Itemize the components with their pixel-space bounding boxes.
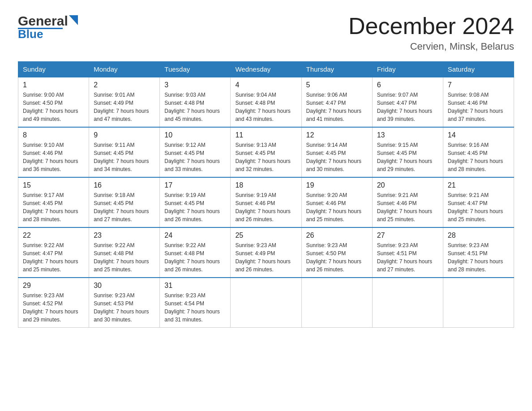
header-monday: Monday <box>89 62 160 77</box>
week-row-3: 15 Sunrise: 9:17 AM Sunset: 4:45 PM Dayl… <box>18 177 514 227</box>
day-info: Sunrise: 9:00 AM Sunset: 4:50 PM Dayligh… <box>23 91 84 123</box>
day-info: Sunrise: 9:15 AM Sunset: 4:45 PM Dayligh… <box>377 141 438 173</box>
day-info: Sunrise: 9:23 AM Sunset: 4:54 PM Dayligh… <box>164 291 226 324</box>
page-header: General Blue December 2024 Cervien, Mins… <box>18 13 514 52</box>
calendar-cell: 7 Sunrise: 9:08 AM Sunset: 4:46 PM Dayli… <box>443 77 514 127</box>
day-info: Sunrise: 9:13 AM Sunset: 4:45 PM Dayligh… <box>235 141 296 173</box>
calendar-cell: 8 Sunrise: 9:10 AM Sunset: 4:46 PM Dayli… <box>18 127 89 177</box>
calendar-cell <box>372 278 443 328</box>
day-number: 29 <box>23 282 84 290</box>
logo-name-part1: General <box>18 13 68 29</box>
day-number: 11 <box>235 131 296 139</box>
day-info: Sunrise: 9:17 AM Sunset: 4:45 PM Dayligh… <box>23 191 84 223</box>
day-number: 15 <box>23 181 84 189</box>
day-number: 3 <box>164 81 226 89</box>
day-number: 18 <box>235 181 296 189</box>
location-subtitle: Cervien, Minsk, Belarus <box>348 41 514 52</box>
calendar-cell: 23 Sunrise: 9:22 AM Sunset: 4:48 PM Dayl… <box>89 227 160 278</box>
day-number: 6 <box>377 81 438 89</box>
day-number: 19 <box>306 181 368 189</box>
calendar-cell <box>231 278 301 328</box>
day-info: Sunrise: 9:23 AM Sunset: 4:51 PM Dayligh… <box>377 241 438 274</box>
day-number: 20 <box>377 181 438 189</box>
day-info: Sunrise: 9:23 AM Sunset: 4:50 PM Dayligh… <box>306 241 368 274</box>
header-thursday: Thursday <box>301 62 372 77</box>
day-info: Sunrise: 9:12 AM Sunset: 4:45 PM Dayligh… <box>164 141 226 173</box>
day-number: 25 <box>235 231 296 240</box>
day-number: 12 <box>306 131 368 139</box>
calendar-cell: 28 Sunrise: 9:23 AM Sunset: 4:51 PM Dayl… <box>443 227 514 278</box>
calendar-cell: 6 Sunrise: 9:07 AM Sunset: 4:47 PM Dayli… <box>372 77 443 127</box>
day-number: 24 <box>164 231 226 240</box>
header-wednesday: Wednesday <box>231 62 301 77</box>
day-number: 10 <box>164 131 226 139</box>
calendar-cell: 1 Sunrise: 9:00 AM Sunset: 4:50 PM Dayli… <box>18 77 89 127</box>
day-info: Sunrise: 9:19 AM Sunset: 4:46 PM Dayligh… <box>235 191 296 223</box>
week-row-4: 22 Sunrise: 9:22 AM Sunset: 4:47 PM Dayl… <box>18 227 514 278</box>
title-area: December 2024 Cervien, Minsk, Belarus <box>348 13 514 52</box>
day-number: 23 <box>94 231 155 240</box>
day-info: Sunrise: 9:21 AM Sunset: 4:46 PM Dayligh… <box>377 191 438 223</box>
calendar-cell: 2 Sunrise: 9:01 AM Sunset: 4:49 PM Dayli… <box>89 77 160 127</box>
day-number: 8 <box>23 131 84 139</box>
day-info: Sunrise: 9:19 AM Sunset: 4:45 PM Dayligh… <box>164 191 226 223</box>
calendar-cell: 25 Sunrise: 9:23 AM Sunset: 4:49 PM Dayl… <box>231 227 301 278</box>
calendar-cell <box>301 278 372 328</box>
day-number: 14 <box>448 131 509 139</box>
day-info: Sunrise: 9:08 AM Sunset: 4:46 PM Dayligh… <box>448 91 509 123</box>
day-info: Sunrise: 9:22 AM Sunset: 4:47 PM Dayligh… <box>23 241 84 274</box>
day-number: 26 <box>306 231 368 240</box>
calendar-cell: 13 Sunrise: 9:15 AM Sunset: 4:45 PM Dayl… <box>372 127 443 177</box>
calendar-cell: 18 Sunrise: 9:19 AM Sunset: 4:46 PM Dayl… <box>231 177 301 227</box>
header-friday: Friday <box>372 62 443 77</box>
calendar-cell: 3 Sunrise: 9:03 AM Sunset: 4:48 PM Dayli… <box>160 77 231 127</box>
day-number: 7 <box>448 81 509 89</box>
day-info: Sunrise: 9:07 AM Sunset: 4:47 PM Dayligh… <box>377 91 438 123</box>
calendar-cell: 12 Sunrise: 9:14 AM Sunset: 4:45 PM Dayl… <box>301 127 372 177</box>
calendar-cell: 16 Sunrise: 9:18 AM Sunset: 4:45 PM Dayl… <box>89 177 160 227</box>
weekday-header-row: Sunday Monday Tuesday Wednesday Thursday… <box>18 62 514 77</box>
day-info: Sunrise: 9:11 AM Sunset: 4:45 PM Dayligh… <box>94 141 155 173</box>
day-info: Sunrise: 9:10 AM Sunset: 4:46 PM Dayligh… <box>23 141 84 173</box>
day-number: 30 <box>94 282 155 290</box>
day-number: 4 <box>235 81 296 89</box>
month-year-title: December 2024 <box>348 13 514 39</box>
calendar-cell: 10 Sunrise: 9:12 AM Sunset: 4:45 PM Dayl… <box>160 127 231 177</box>
week-row-5: 29 Sunrise: 9:23 AM Sunset: 4:52 PM Dayl… <box>18 278 514 328</box>
calendar-cell: 24 Sunrise: 9:22 AM Sunset: 4:48 PM Dayl… <box>160 227 231 278</box>
calendar-cell <box>443 278 514 328</box>
calendar-cell: 5 Sunrise: 9:06 AM Sunset: 4:47 PM Dayli… <box>301 77 372 127</box>
calendar-cell: 15 Sunrise: 9:17 AM Sunset: 4:45 PM Dayl… <box>18 177 89 227</box>
day-info: Sunrise: 9:18 AM Sunset: 4:45 PM Dayligh… <box>94 191 155 223</box>
week-row-2: 8 Sunrise: 9:10 AM Sunset: 4:46 PM Dayli… <box>18 127 514 177</box>
calendar-cell: 30 Sunrise: 9:23 AM Sunset: 4:53 PM Dayl… <box>89 278 160 328</box>
day-number: 1 <box>23 81 84 89</box>
calendar-table: Sunday Monday Tuesday Wednesday Thursday… <box>18 61 514 328</box>
day-info: Sunrise: 9:23 AM Sunset: 4:53 PM Dayligh… <box>94 291 155 324</box>
day-info: Sunrise: 9:16 AM Sunset: 4:45 PM Dayligh… <box>448 141 509 173</box>
day-info: Sunrise: 9:14 AM Sunset: 4:45 PM Dayligh… <box>306 141 368 173</box>
day-info: Sunrise: 9:23 AM Sunset: 4:49 PM Dayligh… <box>235 241 296 274</box>
calendar-cell: 11 Sunrise: 9:13 AM Sunset: 4:45 PM Dayl… <box>231 127 301 177</box>
calendar-cell: 14 Sunrise: 9:16 AM Sunset: 4:45 PM Dayl… <box>443 127 514 177</box>
day-number: 21 <box>448 181 509 189</box>
calendar-cell: 31 Sunrise: 9:23 AM Sunset: 4:54 PM Dayl… <box>160 278 231 328</box>
calendar-cell: 29 Sunrise: 9:23 AM Sunset: 4:52 PM Dayl… <box>18 278 89 328</box>
header-saturday: Saturday <box>443 62 514 77</box>
logo-triangle-icon <box>69 15 78 25</box>
svg-marker-0 <box>69 15 78 25</box>
header-tuesday: Tuesday <box>160 62 231 77</box>
day-info: Sunrise: 9:06 AM Sunset: 4:47 PM Dayligh… <box>306 91 368 123</box>
day-info: Sunrise: 9:23 AM Sunset: 4:51 PM Dayligh… <box>448 241 509 274</box>
day-info: Sunrise: 9:22 AM Sunset: 4:48 PM Dayligh… <box>164 241 226 274</box>
day-number: 5 <box>306 81 368 89</box>
calendar-cell: 19 Sunrise: 9:20 AM Sunset: 4:46 PM Dayl… <box>301 177 372 227</box>
logo: General Blue <box>18 13 78 41</box>
day-info: Sunrise: 9:01 AM Sunset: 4:49 PM Dayligh… <box>94 91 155 123</box>
day-number: 16 <box>94 181 155 189</box>
day-number: 9 <box>94 131 155 139</box>
week-row-1: 1 Sunrise: 9:00 AM Sunset: 4:50 PM Dayli… <box>18 77 514 127</box>
calendar-cell: 4 Sunrise: 9:04 AM Sunset: 4:48 PM Dayli… <box>231 77 301 127</box>
day-info: Sunrise: 9:22 AM Sunset: 4:48 PM Dayligh… <box>94 241 155 274</box>
logo-name-part2: Blue <box>18 27 43 41</box>
